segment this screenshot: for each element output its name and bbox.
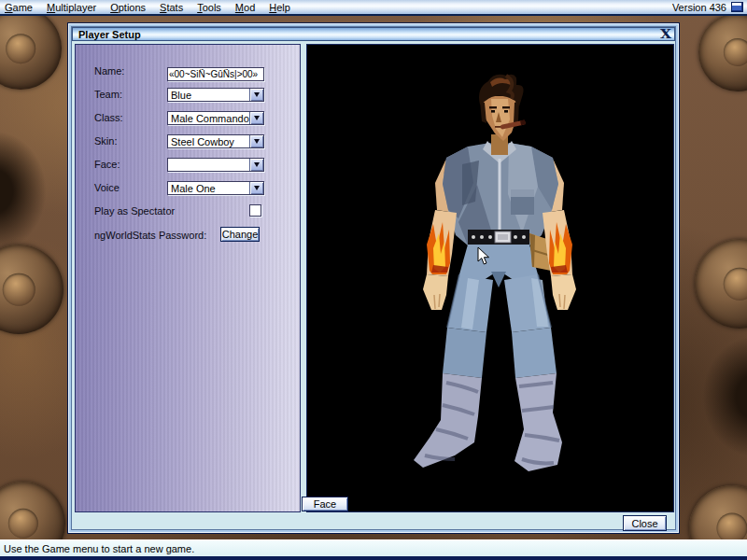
class-value: Male Commando <box>171 113 249 124</box>
close-icon[interactable]: X <box>660 29 671 40</box>
status-text: Use the Game menu to start a new game. <box>4 543 194 554</box>
face-dropdown[interactable] <box>167 158 264 172</box>
face-label: Face: <box>94 158 120 172</box>
menu-multiplayer[interactable]: Multiplayer <box>47 2 96 13</box>
mouse-cursor <box>477 246 492 267</box>
face-view-button[interactable]: Face <box>302 497 348 511</box>
skin-dropdown-arrow-icon[interactable] <box>249 135 263 147</box>
player-setup-dialog: Player Setup X Name: Team: Blue Class: M… <box>67 22 680 534</box>
team-dropdown[interactable]: Blue <box>167 88 264 102</box>
voice-dropdown-arrow-icon[interactable] <box>249 182 263 194</box>
status-bar: Use the Game menu to start a new game. <box>0 539 747 560</box>
model-preview[interactable] <box>306 44 674 512</box>
menu-tools[interactable]: Tools <box>197 2 221 13</box>
skin-label: Skin: <box>94 134 117 148</box>
horn-decoration <box>702 336 747 457</box>
dialog-titlebar[interactable]: Player Setup X <box>72 27 675 41</box>
menu-mod[interactable]: Mod <box>235 2 255 13</box>
team-value: Blue <box>171 90 191 101</box>
name-field-wrap <box>167 64 264 78</box>
skin-dropdown[interactable]: Steel Cowboy <box>167 134 264 148</box>
player-setup-form: Name: Team: Blue Class: Male Commando Sk… <box>75 44 301 512</box>
gear-decoration <box>0 245 63 334</box>
menu-items: Game Multiplayer Options Stats Tools Mod… <box>0 2 304 13</box>
menu-game[interactable]: Game <box>5 2 33 13</box>
voice-dropdown[interactable]: Male One <box>167 181 264 195</box>
class-label: Class: <box>94 111 123 125</box>
team-dropdown-arrow-icon[interactable] <box>249 89 263 101</box>
voice-value: Male One <box>171 183 216 194</box>
team-label: Team: <box>94 88 122 102</box>
version-label: Version 436 <box>672 2 726 13</box>
menu-help[interactable]: Help <box>269 2 290 13</box>
gear-decoration <box>695 239 747 329</box>
menu-bar: Game Multiplayer Options Stats Tools Mod… <box>0 0 747 16</box>
spectator-label: Play as Spectator <box>94 204 175 218</box>
face-dropdown-arrow-icon[interactable] <box>249 159 263 171</box>
player-model <box>307 45 674 512</box>
spectator-checkbox[interactable] <box>249 204 261 217</box>
name-input[interactable] <box>167 67 264 81</box>
dialog-title: Player Setup <box>78 29 141 40</box>
menu-stats[interactable]: Stats <box>160 2 183 13</box>
ngstats-label: ngWorldStats Password: <box>94 229 206 243</box>
class-dropdown-arrow-icon[interactable] <box>249 112 263 124</box>
gear-decoration <box>0 7 62 90</box>
name-label: Name: <box>94 64 124 78</box>
horn-decoration <box>0 131 47 252</box>
gear-decoration <box>698 13 747 91</box>
desktop-background: Game Multiplayer Options Stats Tools Mod… <box>0 0 747 560</box>
voice-label: Voice <box>94 181 120 195</box>
close-button[interactable]: Close <box>623 515 667 531</box>
class-dropdown[interactable]: Male Commando <box>167 111 264 125</box>
menu-options[interactable]: Options <box>110 2 146 13</box>
change-password-button[interactable]: Change <box>220 227 260 242</box>
window-restore-icon[interactable] <box>731 2 743 12</box>
skin-value: Steel Cowboy <box>171 136 234 147</box>
